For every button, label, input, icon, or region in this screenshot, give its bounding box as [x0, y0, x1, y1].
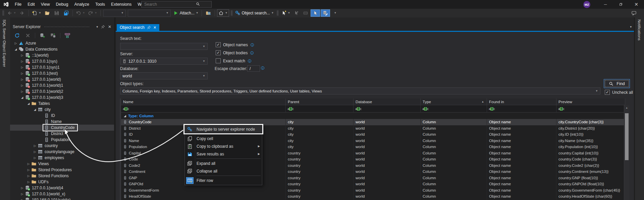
menu-item-filter-row[interactable]: Filter row	[185, 177, 262, 184]
redo-button[interactable]: ▼	[87, 9, 98, 17]
db-edit-mode-button[interactable]	[321, 9, 330, 17]
sidebar-tab-sql-server-object-explorer[interactable]: SQL Server Object Explorer	[0, 17, 10, 200]
tree-item-population[interactable]: Population	[10, 137, 114, 143]
menu-item-copy-cell[interactable]: Copy cell	[185, 135, 262, 142]
menu-edit[interactable]: Edit	[24, 1, 38, 8]
scroll-up-icon[interactable]: ▲	[624, 105, 629, 110]
menu-view[interactable]: View	[38, 1, 53, 8]
solution-configurations-combo[interactable]: ▼	[103, 10, 126, 17]
solution-platforms-combo[interactable]: ▼	[128, 10, 171, 17]
column-header-preview[interactable]: Preview	[556, 98, 625, 105]
window-position-icon[interactable]: ▾	[96, 25, 98, 28]
connect-to-database-button[interactable]	[38, 32, 47, 39]
expander-icon[interactable]: ◢	[33, 108, 37, 111]
account-avatar[interactable]: MZ	[583, 1, 590, 8]
table-row[interactable]: GovernmentFormcountryworldColumnObject n…	[121, 187, 625, 194]
nav-back-button[interactable]: ▼	[6, 9, 17, 17]
table-row[interactable]: HeadOfStatecountryworldColumnObject name…	[121, 193, 625, 200]
expander-icon[interactable]: ◢	[13, 48, 18, 51]
chevron-down-icon[interactable]: ▼	[203, 75, 205, 77]
tree-item-udfs[interactable]: ▷UDFs	[10, 179, 114, 185]
filter-cell[interactable]: aBc	[487, 105, 556, 113]
escape-character-field[interactable]: /	[247, 65, 260, 72]
checkbox-exact-match[interactable]: Exact match	[216, 58, 252, 63]
expander-icon[interactable]: ▷	[26, 168, 31, 172]
nav-forward-button[interactable]	[18, 9, 26, 17]
column-header-database[interactable]: Database	[354, 98, 421, 105]
chevron-down-icon[interactable]: ▼	[83, 12, 85, 14]
tab-object-search[interactable]: Object search ✕	[117, 24, 159, 31]
tree-item-azure[interactable]: ▷Azure	[10, 40, 114, 46]
chevron-down-icon[interactable]: ▼	[95, 12, 97, 14]
expander-icon[interactable]: ▷	[20, 54, 24, 57]
chevron-down-icon[interactable]: ▼	[288, 12, 290, 14]
attach-button[interactable]: Attach...▼	[172, 9, 200, 17]
tree-item-employees[interactable]: ▷employees	[10, 155, 114, 161]
stop-refresh-button[interactable]	[23, 32, 32, 39]
checkbox-object-bodies[interactable]: ✓Object bodies	[216, 50, 254, 55]
expander-icon[interactable]: ▷	[20, 72, 24, 75]
tree-item-data-connections[interactable]: ◢Data Connections	[10, 46, 114, 52]
chevron-down-icon[interactable]: ▼	[203, 60, 205, 63]
undo-button[interactable]: ▼	[75, 9, 86, 17]
checkbox-icon[interactable]: ✓	[216, 42, 221, 47]
expander-icon[interactable]: ▷	[20, 84, 24, 87]
menu-item-expand-all[interactable]: Expand all	[185, 159, 262, 167]
sidebar-tab-notifications[interactable]: Notifications	[635, 17, 644, 200]
info-icon[interactable]	[261, 66, 265, 70]
chevron-down-icon[interactable]: ▼	[196, 12, 199, 14]
tree-item-id[interactable]: ID	[10, 113, 114, 119]
chevron-down-icon[interactable]: ▼	[13, 12, 16, 14]
refresh-button[interactable]	[13, 32, 21, 39]
select-pointer-button[interactable]: ▼	[280, 9, 291, 17]
save-button[interactable]	[52, 9, 61, 17]
menu-item-navigate-to-server-explorer-node[interactable]: Navigate to server explorer node	[185, 125, 262, 133]
column-header-found-in[interactable]: Found in	[487, 98, 556, 105]
expander-icon[interactable]: ▷	[20, 192, 24, 196]
expander-icon[interactable]: ▷	[26, 174, 31, 178]
close-panel-icon[interactable]: ✕	[108, 24, 111, 29]
web-browser-button[interactable]: ▼	[217, 9, 229, 17]
toolbar-overflow-button[interactable]: ▼	[331, 9, 339, 17]
checkbox-icon[interactable]: ✓	[605, 90, 610, 95]
expander-icon[interactable]: ▷	[20, 78, 24, 81]
expander-icon[interactable]: ▷	[33, 150, 37, 153]
object-types-combo[interactable]: Columns, Foreign key, Indexes, Parameter…	[120, 87, 600, 94]
server-combo[interactable]: 127.0.0.1: 3310 ▼	[120, 58, 208, 65]
global-search-input[interactable]	[141, 1, 212, 8]
menu-file[interactable]: File	[12, 1, 24, 8]
checkbox-icon[interactable]: ✓	[216, 50, 221, 55]
menu-tools[interactable]: Tools	[92, 1, 108, 8]
expander-icon[interactable]: ▷	[20, 66, 24, 69]
column-header-type[interactable]: Type▲	[421, 98, 487, 105]
object-search-button[interactable]: Object search...▼	[234, 9, 275, 17]
tree-item-countrylanguage[interactable]: ▷countrylanguage	[10, 149, 114, 155]
expander-icon[interactable]: ▷	[20, 198, 24, 200]
tree-item-127-0-0-1-world-4[interactable]: ▷127.0.0.1(world)4	[10, 185, 114, 191]
tree-item-127-0-0-1-world-2[interactable]: ▷127.0.0.1(world)2	[10, 88, 114, 94]
database-combo[interactable]: world ▼	[120, 72, 208, 79]
minimize-button[interactable]: ─	[598, 0, 613, 9]
save-all-button[interactable]	[62, 9, 70, 17]
chevron-down-icon[interactable]: ▼	[334, 12, 336, 14]
tree-item-name[interactable]: Name	[10, 119, 114, 125]
expander-icon[interactable]: ◢	[26, 102, 31, 105]
checkbox-icon[interactable]	[216, 58, 221, 63]
tree-item-views[interactable]: ▷Views	[10, 161, 114, 167]
run-selection-button[interactable]	[292, 9, 301, 17]
search-text-combo[interactable]: ▼	[120, 43, 208, 50]
tree-item-stored-functions[interactable]: ▷Stored Functions	[10, 173, 114, 179]
info-icon[interactable]	[248, 59, 252, 63]
filter-cell[interactable]: aBc	[421, 105, 487, 113]
chevron-down-icon[interactable]: ▼	[39, 12, 41, 14]
connect-to-server-button[interactable]	[49, 32, 57, 39]
tab-close-icon[interactable]: ✕	[153, 25, 156, 30]
tree-item-city[interactable]: ◢city	[10, 107, 114, 113]
feedback-icon[interactable]	[631, 10, 637, 16]
tree-item-127-0-0-1-sys-[interactable]: ▷127.0.0.1(sys)	[10, 58, 114, 64]
tree-item-country[interactable]: ▷country	[10, 143, 114, 149]
tree-item-tables[interactable]: ◢Tables	[10, 101, 114, 107]
column-header-name[interactable]: Name	[121, 98, 286, 105]
tab-list-chevron-icon[interactable]: ▾	[630, 25, 632, 28]
tree-item-127-0-0-1-world-[interactable]: ▷127.0.0.1(world)	[10, 76, 114, 82]
